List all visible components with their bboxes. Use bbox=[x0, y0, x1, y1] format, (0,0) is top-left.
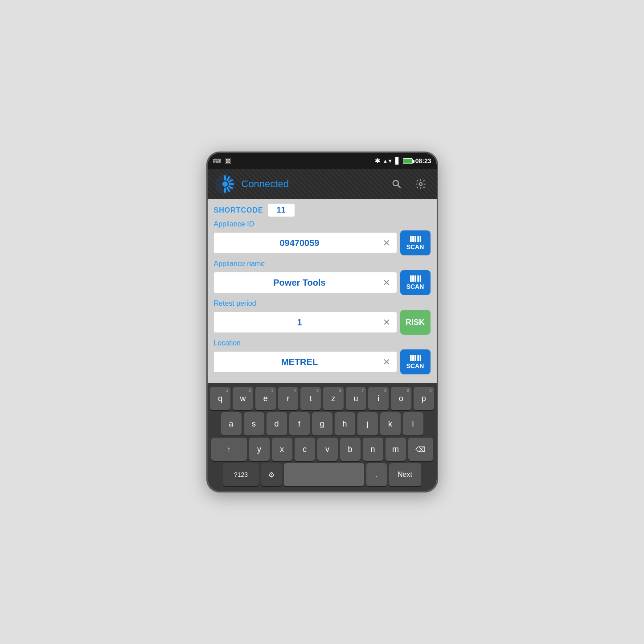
retest-period-row: ✕ RISK bbox=[214, 310, 431, 335]
retest-period-section: Retest period ✕ RISK bbox=[214, 299, 431, 335]
key-e[interactable]: 3e bbox=[255, 387, 276, 410]
key-t[interactable]: 5t bbox=[300, 387, 321, 410]
location-label: Location bbox=[214, 339, 431, 347]
key-u[interactable]: 7u bbox=[346, 387, 366, 410]
key-d[interactable]: d bbox=[267, 412, 287, 435]
key-l[interactable]: l bbox=[403, 412, 423, 435]
shortcode-label: SHORTCODE bbox=[214, 206, 263, 214]
key-f[interactable]: f bbox=[289, 412, 310, 435]
data-icon: ▲▼ bbox=[383, 158, 393, 164]
appliance-id-clear[interactable]: ✕ bbox=[381, 238, 392, 248]
scan-button-label: SCAN bbox=[406, 243, 424, 250]
appliance-id-row: ✕ SCAN bbox=[214, 230, 431, 255]
key-period[interactable]: . bbox=[366, 463, 387, 486]
key-k[interactable]: k bbox=[380, 412, 401, 435]
key-r[interactable]: 4r bbox=[278, 387, 299, 410]
search-button[interactable] bbox=[388, 175, 406, 193]
key-b[interactable]: b bbox=[340, 438, 361, 461]
image-icon: 🖼 bbox=[225, 158, 231, 164]
scan-barcode-icon bbox=[410, 236, 421, 242]
key-a[interactable]: a bbox=[221, 412, 242, 435]
location-input[interactable] bbox=[218, 357, 381, 367]
key-s[interactable]: s bbox=[244, 412, 264, 435]
location-row: ✕ SCAN bbox=[214, 349, 431, 374]
key-y[interactable]: y bbox=[249, 438, 270, 461]
appliance-name-input[interactable] bbox=[218, 278, 381, 288]
appliance-name-scan-button[interactable]: SCAN bbox=[400, 270, 431, 295]
key-settings[interactable]: ⚙ bbox=[261, 463, 282, 486]
key-123[interactable]: ?123 bbox=[223, 463, 259, 486]
key-x[interactable]: x bbox=[272, 438, 292, 461]
svg-rect-4 bbox=[229, 183, 234, 185]
key-v[interactable]: v bbox=[317, 438, 338, 461]
svg-rect-1 bbox=[224, 175, 226, 180]
key-c[interactable]: c bbox=[295, 438, 315, 461]
risk-button[interactable]: RISK bbox=[400, 310, 431, 335]
key-i[interactable]: 8i bbox=[368, 387, 389, 410]
appliance-name-row: ✕ SCAN bbox=[214, 270, 431, 295]
appliance-name-label: Appliance name bbox=[214, 260, 431, 268]
keyboard-icon: ⌨ bbox=[213, 158, 222, 164]
form-area: SHORTCODE 11 Appliance ID ✕ SCAN A bbox=[208, 199, 437, 383]
retest-period-label: Retest period bbox=[214, 299, 431, 308]
appliance-name-clear[interactable]: ✕ bbox=[381, 277, 392, 288]
key-space[interactable] bbox=[284, 463, 364, 486]
key-j[interactable]: j bbox=[357, 412, 378, 435]
bluetooth-icon: ✱ bbox=[375, 157, 380, 164]
appliance-id-input-wrap[interactable]: ✕ bbox=[214, 233, 397, 253]
key-backspace[interactable]: ⌫ bbox=[408, 438, 433, 461]
key-p[interactable]: 0p bbox=[414, 387, 434, 410]
status-bar: ⌨ 🖼 ✱ ▲▼ ▋ 08:23 bbox=[208, 153, 437, 169]
key-g[interactable]: g bbox=[312, 412, 332, 435]
keyboard-row-2: a s d f g h j k l bbox=[210, 412, 434, 435]
key-next[interactable]: Next bbox=[389, 463, 421, 486]
battery-icon bbox=[403, 158, 413, 164]
location-clear[interactable]: ✕ bbox=[381, 357, 392, 367]
scan-barcode-icon-2 bbox=[410, 275, 421, 282]
svg-rect-7 bbox=[224, 188, 226, 193]
key-q[interactable]: 1q bbox=[210, 387, 230, 410]
settings-button[interactable] bbox=[412, 175, 430, 193]
status-right-icons: ✱ ▲▼ ▋ 08:23 bbox=[375, 157, 431, 164]
clock: 08:23 bbox=[415, 157, 431, 164]
key-n[interactable]: n bbox=[363, 438, 383, 461]
location-scan-button[interactable]: SCAN bbox=[400, 349, 431, 374]
svg-point-8 bbox=[222, 181, 228, 187]
scan-barcode-icon-3 bbox=[410, 355, 421, 361]
appliance-id-label: Appliance ID bbox=[214, 220, 431, 228]
phone-frame: ⌨ 🖼 ✱ ▲▼ ▋ 08:23 C bbox=[206, 152, 438, 492]
shortcode-value: 11 bbox=[268, 204, 295, 217]
retest-period-input[interactable] bbox=[218, 317, 381, 328]
key-o[interactable]: 9o bbox=[391, 387, 411, 410]
key-w[interactable]: 2w bbox=[233, 387, 253, 410]
appliance-id-section: Appliance ID ✕ SCAN bbox=[214, 220, 431, 255]
svg-line-10 bbox=[398, 185, 400, 188]
key-m[interactable]: m bbox=[386, 438, 406, 461]
keyboard-row-3: ↑ y x c v b n m ⌫ bbox=[210, 438, 434, 461]
keyboard-row-4: ?123 ⚙ . Next bbox=[210, 463, 434, 486]
appliance-name-section: Appliance name ✕ SCAN bbox=[214, 260, 431, 295]
location-input-wrap[interactable]: ✕ bbox=[214, 352, 397, 372]
retest-period-input-wrap[interactable]: ✕ bbox=[214, 312, 397, 332]
risk-button-label: RISK bbox=[406, 318, 425, 327]
appliance-id-scan-button[interactable]: SCAN bbox=[400, 230, 431, 255]
keyboard-row-1: 1q 2w 3e 4r 5t 6z 7u 8i 9o 0p bbox=[210, 387, 434, 410]
scan-button-label-3: SCAN bbox=[406, 362, 424, 369]
location-section: Location ✕ SCAN bbox=[214, 339, 431, 374]
key-z[interactable]: 6z bbox=[323, 387, 344, 410]
key-h[interactable]: h bbox=[335, 412, 355, 435]
appliance-id-input[interactable] bbox=[218, 238, 381, 248]
retest-period-clear[interactable]: ✕ bbox=[381, 317, 392, 328]
signal-icon: ▋ bbox=[395, 157, 400, 164]
keyboard: 1q 2w 3e 4r 5t 6z 7u 8i 9o 0p a s d f g … bbox=[208, 383, 437, 491]
appliance-name-input-wrap[interactable]: ✕ bbox=[214, 272, 397, 293]
app-header: Connected bbox=[208, 169, 437, 199]
svg-point-11 bbox=[419, 183, 422, 186]
status-left-icons: ⌨ 🖼 bbox=[213, 158, 231, 164]
shortcode-row: SHORTCODE 11 bbox=[214, 204, 431, 217]
app-title: Connected bbox=[242, 178, 381, 190]
key-shift[interactable]: ↑ bbox=[211, 438, 247, 461]
app-logo bbox=[215, 174, 235, 194]
scan-button-label-2: SCAN bbox=[406, 283, 424, 290]
